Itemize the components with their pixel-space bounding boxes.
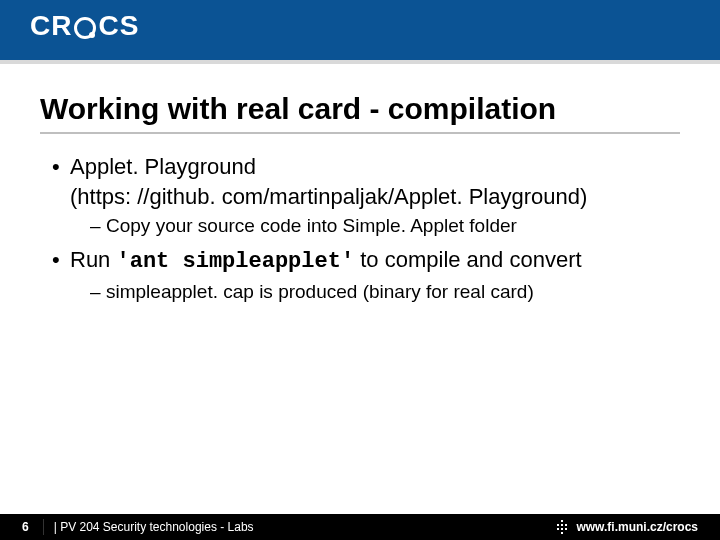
logo-text-left: CR	[30, 10, 72, 42]
svg-rect-0	[561, 520, 563, 522]
page-number: 6	[0, 520, 43, 534]
logo-o-icon	[74, 17, 96, 39]
svg-rect-7	[561, 532, 563, 534]
footer-url: www.fi.muni.cz/crocs	[576, 520, 720, 534]
svg-rect-2	[561, 524, 563, 526]
bullet-2-sub-1: simpleapplet. cap is produced (binary fo…	[90, 279, 680, 305]
footer-course: | PV 204 Security technologies - Labs	[54, 520, 254, 534]
svg-rect-6	[565, 528, 567, 530]
svg-rect-1	[557, 524, 559, 526]
bullet-1: Applet. Playground (https: //github. com…	[52, 152, 680, 239]
title-underline	[40, 132, 680, 134]
bullet-1-line-1: Applet. Playground	[70, 154, 256, 179]
svg-rect-5	[561, 528, 563, 530]
bullet-2-suffix: to compile and convert	[354, 247, 581, 272]
bullet-1-line-2: (https: //github. com/martinpaljak/Apple…	[70, 184, 587, 209]
slide: CR CS Working with real card - compilati…	[0, 0, 720, 540]
slide-body: Applet. Playground (https: //github. com…	[52, 152, 680, 310]
crocs-logo: CR CS	[30, 10, 139, 42]
header-bar: CR CS	[0, 0, 720, 60]
university-logo-icon	[554, 519, 570, 535]
footer-separator	[43, 519, 44, 535]
footer: 6 | PV 204 Security technologies - Labs …	[0, 514, 720, 540]
logo-text-right: CS	[98, 10, 139, 42]
bullet-2-code: 'ant simpleapplet'	[116, 249, 354, 274]
svg-rect-4	[557, 528, 559, 530]
bullet-2-prefix: Run	[70, 247, 116, 272]
bullet-2: Run 'ant simpleapplet' to compile and co…	[52, 245, 680, 304]
bullet-1-sub-1: Copy your source code into Simple. Apple…	[90, 213, 680, 239]
svg-rect-3	[565, 524, 567, 526]
slide-title: Working with real card - compilation	[40, 92, 680, 126]
header-divider	[0, 60, 720, 64]
